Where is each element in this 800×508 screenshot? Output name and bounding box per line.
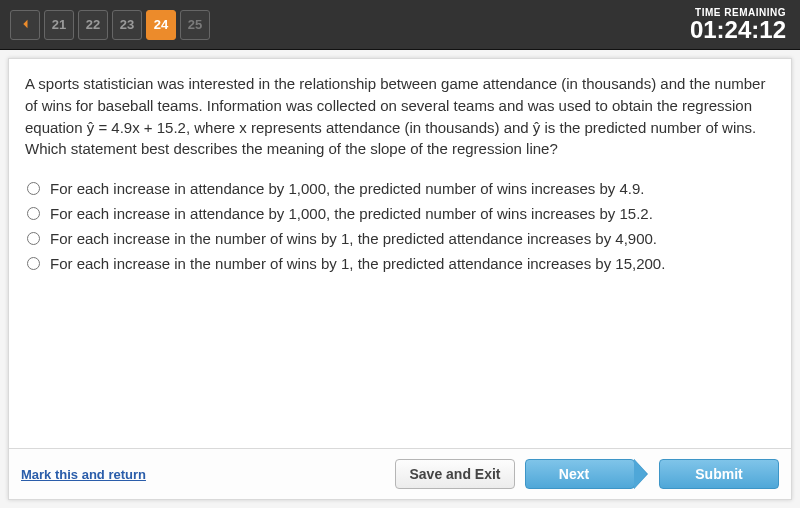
option-d-label: For each increase in the number of wins … [50, 255, 665, 272]
option-b-label: For each increase in attendance by 1,000… [50, 205, 653, 222]
question-area: A sports statistician was interested in … [9, 59, 791, 290]
save-and-exit-button[interactable]: Save and Exit [395, 459, 515, 489]
options-list: For each increase in attendance by 1,000… [25, 176, 775, 276]
nav-question-22[interactable]: 22 [78, 10, 108, 40]
option-c-label: For each increase in the number of wins … [50, 230, 657, 247]
option-b[interactable]: For each increase in attendance by 1,000… [25, 201, 775, 226]
submit-button[interactable]: Submit [659, 459, 779, 489]
nav-back-button[interactable] [10, 10, 40, 40]
footer-bar: Mark this and return Save and Exit Next … [9, 448, 791, 499]
chevron-left-icon [21, 17, 29, 32]
question-nav: 21 22 23 24 25 [10, 10, 210, 40]
timer-value: 01:24:12 [690, 18, 786, 42]
next-button-wrap: Next [525, 459, 635, 489]
next-button[interactable]: Next [525, 459, 635, 489]
content-panel: A sports statistician was interested in … [8, 58, 792, 500]
option-a[interactable]: For each increase in attendance by 1,000… [25, 176, 775, 201]
option-c[interactable]: For each increase in the number of wins … [25, 226, 775, 251]
nav-question-23[interactable]: 23 [112, 10, 142, 40]
header-bar: 21 22 23 24 25 TIME REMAINING 01:24:12 [0, 0, 800, 50]
option-c-radio[interactable] [27, 232, 40, 245]
option-d-radio[interactable] [27, 257, 40, 270]
nav-question-25[interactable]: 25 [180, 10, 210, 40]
timer: TIME REMAINING 01:24:12 [690, 7, 790, 42]
option-a-radio[interactable] [27, 182, 40, 195]
option-b-radio[interactable] [27, 207, 40, 220]
option-d[interactable]: For each increase in the number of wins … [25, 251, 775, 276]
nav-question-24[interactable]: 24 [146, 10, 176, 40]
nav-question-21[interactable]: 21 [44, 10, 74, 40]
question-stem: A sports statistician was interested in … [25, 73, 775, 160]
mark-and-return-link[interactable]: Mark this and return [21, 467, 146, 482]
option-a-label: For each increase in attendance by 1,000… [50, 180, 645, 197]
footer-actions: Save and Exit Next Submit [395, 459, 779, 489]
